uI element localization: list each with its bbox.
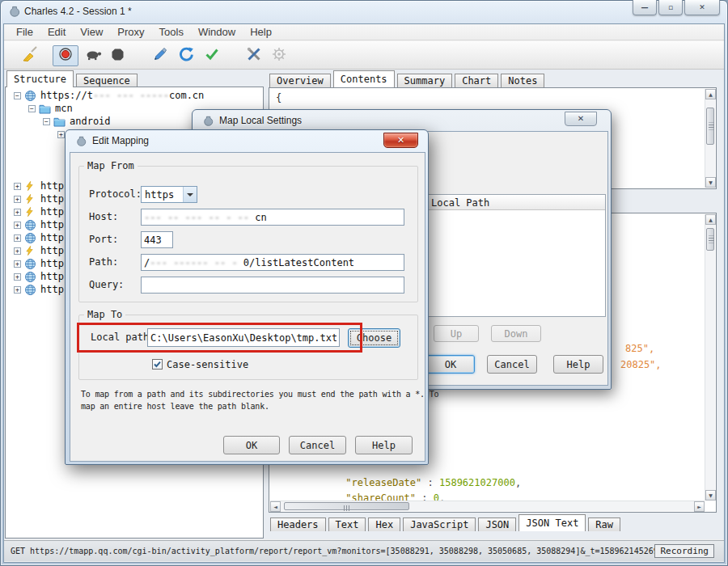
response-hscroll-thumb[interactable] bbox=[284, 502, 409, 510]
tree-expander-icon[interactable]: + bbox=[14, 286, 21, 294]
lightning-icon bbox=[24, 206, 37, 218]
checkmark-icon bbox=[153, 360, 162, 369]
menu-file[interactable]: File bbox=[9, 24, 40, 40]
viewer-tab-json-text[interactable]: JSON Text bbox=[518, 514, 586, 531]
tab-sequence[interactable]: Sequence bbox=[76, 74, 138, 87]
tree-expander-icon[interactable]: + bbox=[14, 196, 21, 203]
tab-contents[interactable]: Contents bbox=[333, 70, 395, 87]
tree-item[interactable]: −android bbox=[43, 115, 111, 128]
breakpoints-button[interactable] bbox=[107, 45, 128, 66]
menu-help[interactable]: Help bbox=[243, 24, 279, 40]
clear-session-button[interactable] bbox=[19, 45, 40, 66]
viewer-tab-json[interactable]: JSON bbox=[478, 517, 516, 531]
close-button-icon[interactable]: ✕ bbox=[684, 0, 720, 15]
protocol-select[interactable]: https bbox=[141, 186, 197, 203]
scroll-up-icon[interactable]: ▲ bbox=[705, 89, 716, 99]
scroll-up-icon[interactable]: ▲ bbox=[705, 214, 716, 225]
column-header-local-path[interactable]: Local Path bbox=[431, 197, 489, 209]
tree-item[interactable]: +http bbox=[14, 218, 64, 231]
response-vscroll-thumb[interactable] bbox=[706, 228, 714, 251]
compose-button[interactable] bbox=[150, 45, 171, 66]
request-vscroll-thumb[interactable] bbox=[706, 108, 714, 145]
case-sensitive-checkbox[interactable] bbox=[152, 359, 163, 370]
tab-overview[interactable]: Overview bbox=[269, 74, 331, 87]
viewer-tab-raw[interactable]: Raw bbox=[588, 517, 620, 531]
menu-tools[interactable]: Tools bbox=[152, 24, 191, 40]
tree-expander-icon[interactable]: + bbox=[14, 260, 21, 268]
menu-window[interactable]: Window bbox=[191, 24, 243, 40]
tree-expander-icon[interactable]: − bbox=[28, 105, 36, 112]
request-vscrollbar[interactable]: ▲ ▼ bbox=[705, 89, 715, 188]
minimize-button-icon[interactable]: — bbox=[633, 0, 657, 15]
record-button[interactable] bbox=[53, 45, 78, 66]
tab-chart[interactable]: Chart bbox=[455, 74, 498, 87]
record-icon bbox=[57, 46, 74, 65]
note-line-1: To map from a path and its subdirectorie… bbox=[81, 390, 438, 399]
tab-summary[interactable]: Summary bbox=[397, 74, 453, 87]
response-vscrollbar[interactable]: ▲ ▼ bbox=[705, 214, 715, 501]
tab-structure[interactable]: Structure bbox=[6, 70, 74, 87]
scroll-left-icon[interactable]: ◄ bbox=[270, 501, 281, 512]
edit-mapping-help-button[interactable]: Help bbox=[355, 436, 413, 454]
close-icon[interactable]: ✕ bbox=[565, 112, 597, 126]
throttle-button[interactable] bbox=[83, 45, 104, 66]
map-local-dialog-title: Map Local Settings bbox=[219, 115, 302, 126]
tab-notes[interactable]: Notes bbox=[501, 74, 544, 87]
tree-item[interactable]: +https bbox=[14, 205, 70, 218]
scroll-down-icon[interactable]: ▼ bbox=[705, 177, 716, 188]
tools-button[interactable] bbox=[243, 45, 265, 66]
menu-proxy[interactable]: Proxy bbox=[110, 24, 151, 40]
tree-item[interactable]: +http bbox=[14, 231, 64, 244]
protocol-label: Protocol: bbox=[89, 188, 142, 200]
up-button[interactable]: Up bbox=[434, 325, 479, 342]
globe-icon bbox=[24, 232, 37, 244]
host-label: Host: bbox=[89, 211, 118, 222]
tree-item[interactable]: −https://t--- --- -----com.cn bbox=[14, 89, 204, 102]
tree-expander-icon[interactable]: − bbox=[14, 92, 21, 99]
tree-expander-icon[interactable]: + bbox=[14, 247, 21, 255]
response-hscrollbar[interactable]: ◄ ► bbox=[270, 501, 705, 511]
scroll-down-icon[interactable]: ▼ bbox=[705, 490, 716, 501]
menu-view[interactable]: View bbox=[73, 24, 110, 40]
tree-item[interactable]: +https bbox=[14, 180, 70, 192]
viewer-tab-headers[interactable]: Headers bbox=[270, 517, 326, 531]
settings-button[interactable] bbox=[269, 45, 290, 66]
viewer-tab-text[interactable]: Text bbox=[328, 517, 366, 531]
local-path-input[interactable] bbox=[147, 328, 340, 347]
edit-mapping-ok-button[interactable]: OK bbox=[223, 436, 280, 454]
tree-item[interactable]: +https bbox=[14, 244, 70, 257]
globe-icon bbox=[24, 284, 37, 296]
maximize-button-icon[interactable]: ▫ bbox=[658, 0, 683, 15]
tree-expander-icon[interactable]: + bbox=[14, 183, 21, 190]
host-input[interactable]: --- -- --- -- - -- cn bbox=[141, 209, 404, 226]
tree-item[interactable]: +http bbox=[14, 257, 64, 270]
menu-edit[interactable]: Edit bbox=[40, 24, 73, 40]
status-request-url: GET https://tmapp.qq.com/cgi-bin/activit… bbox=[11, 547, 663, 555]
port-input[interactable] bbox=[141, 231, 173, 248]
tree-expander-icon[interactable]: + bbox=[14, 222, 21, 229]
scroll-right-icon[interactable]: ► bbox=[694, 501, 705, 512]
close-icon[interactable]: ✕ bbox=[383, 133, 418, 148]
tree-item[interactable]: +http bbox=[14, 283, 64, 296]
titlebar[interactable]: Charles 4.2 - Session 1 * — ▫ ✕ bbox=[0, 0, 728, 23]
query-input[interactable] bbox=[141, 277, 404, 294]
tree-expander-icon[interactable]: + bbox=[57, 131, 65, 138]
tree-expander-icon[interactable]: + bbox=[14, 273, 21, 281]
tree-item[interactable]: −mcn bbox=[28, 102, 73, 115]
tree-expander-icon[interactable]: + bbox=[14, 209, 21, 216]
tree-expander-icon[interactable]: + bbox=[14, 234, 21, 242]
map-local-help-button[interactable]: Help bbox=[553, 355, 603, 374]
choose-button[interactable]: Choose bbox=[348, 328, 400, 348]
tree-item[interactable]: +https bbox=[14, 192, 70, 205]
map-local-ok-button[interactable]: OK bbox=[426, 355, 475, 374]
tree-item[interactable]: +http bbox=[14, 270, 64, 283]
down-button[interactable]: Down bbox=[491, 325, 541, 342]
repeat-button[interactable] bbox=[176, 45, 197, 66]
viewer-tab-hex[interactable]: Hex bbox=[368, 517, 400, 531]
tree-expander-icon[interactable]: − bbox=[43, 118, 50, 125]
path-input[interactable]: /--- ------ -- - 0/listLatestContent bbox=[141, 254, 404, 271]
validate-button[interactable] bbox=[201, 45, 222, 66]
viewer-tab-javascript[interactable]: JavaScript bbox=[403, 517, 476, 531]
edit-mapping-cancel-button[interactable]: Cancel bbox=[289, 436, 346, 454]
map-local-cancel-button[interactable]: Cancel bbox=[487, 355, 537, 374]
